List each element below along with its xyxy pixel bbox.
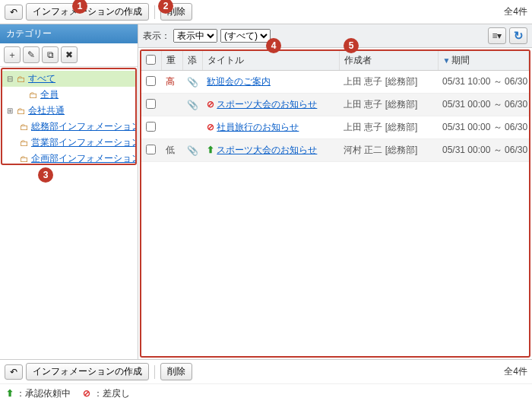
row-checkbox[interactable] [146, 99, 156, 109]
attachment-icon: 📎 [187, 77, 198, 87]
row-title-link[interactable]: 社員旅行のお知らせ [217, 122, 299, 132]
legend-approving-label: ：承認依頼中 [16, 388, 71, 399]
tree-item[interactable]: ⊟🗀すべて [2, 71, 135, 87]
row-priority: 高 [161, 71, 182, 94]
table-row[interactable]: 📎⊘ スポーツ大会のお知らせ上田 恵子 [総務部]05/31 00:00 ～ 0… [141, 94, 529, 116]
col-header-attachment[interactable]: 添 [182, 51, 202, 71]
rejected-icon: ⊘ [207, 122, 214, 132]
col-header-author[interactable]: 作成者 [339, 51, 438, 71]
row-checkbox[interactable] [146, 145, 156, 154]
filter-bar: 表示： 表示中 (すべて) ≡▾ ↻ [138, 24, 532, 48]
tree-item-link[interactable]: すべて [28, 72, 55, 85]
filter-status-select[interactable]: 表示中 [173, 29, 217, 43]
row-author: 上田 恵子 [総務部] [339, 116, 438, 139]
attachment-icon: 📎 [187, 145, 198, 156]
row-author: 河村 正二 [総務部] [339, 139, 438, 162]
separator [154, 365, 155, 379]
category-tree: ⊟🗀すべて🗀全員⊞🗀会社共通🗀総務部インフォメーション🗀営業部インフォメーション… [0, 67, 138, 359]
total-count-bottom: 全4件 [504, 365, 527, 378]
rejected-icon: ⊘ [207, 99, 214, 110]
tree-toggle-icon[interactable]: ⊟ [5, 75, 14, 83]
row-period: 05/31 00:00 ～ 06/30 23:00 [438, 116, 529, 139]
tree-item[interactable]: 🗀全員 [2, 87, 135, 103]
row-period: 05/31 10:00 ～ 06/30 12:00 [438, 71, 529, 94]
row-title-link[interactable]: スポーツ大会のお知らせ [217, 145, 317, 155]
separator [154, 5, 155, 19]
row-title-link[interactable]: 歓迎会のご案内 [207, 76, 271, 87]
tree-toggle-icon[interactable]: ⊞ [5, 107, 14, 115]
row-checkbox[interactable] [146, 76, 156, 86]
callout-4: 4 [266, 38, 281, 53]
col-header-title[interactable]: タイトル [202, 51, 339, 71]
tree-item[interactable]: 🗀総務部インフォメーション [2, 119, 135, 135]
folder-icon: 🗀 [17, 74, 26, 84]
legend: ⬆ ：承認依頼中 ⊘ ：差戻し [0, 383, 532, 403]
info-list: 重 添 タイトル 作成者 ▼期間 高📎歓迎会のご案内上田 恵子 [総務部]05/… [140, 49, 530, 358]
tree-item[interactable]: 🗀営業部インフォメーション [2, 135, 135, 151]
table-row[interactable]: 高📎歓迎会のご案内上田 恵子 [総務部]05/31 10:00 ～ 06/30 … [141, 71, 529, 94]
folder-icon: 🗀 [20, 138, 29, 148]
create-info-button-bottom[interactable]: インフォメーションの作成 [26, 363, 149, 380]
col-header-period[interactable]: ▼期間 [438, 51, 529, 71]
select-all-checkbox[interactable] [146, 55, 156, 65]
category-add-button[interactable]: ＋ [4, 46, 21, 63]
row-priority [161, 94, 182, 116]
col-header-checkbox[interactable] [141, 51, 161, 71]
table-row[interactable]: 低📎⬆ スポーツ大会のお知らせ河村 正二 [総務部]05/31 00:00 ～ … [141, 139, 529, 162]
tree-item-link[interactable]: 会社共通 [28, 104, 65, 117]
row-author: 上田 恵子 [総務部] [339, 94, 438, 116]
category-edit-button[interactable]: ✎ [23, 46, 40, 63]
folder-icon: 🗀 [20, 154, 29, 164]
tree-item-link[interactable]: 総務部インフォメーション [31, 120, 137, 133]
row-priority: 低 [161, 139, 182, 162]
bottom-toolbar: ↶ インフォメーションの作成 削除 全4件 [0, 359, 532, 383]
main-area: 表示： 表示中 (すべて) ≡▾ ↻ 重 添 タイトル 作成者 [138, 24, 532, 359]
folder-icon: 🗀 [17, 106, 26, 116]
tree-item[interactable]: 🗀企画部インフォメーション [2, 151, 135, 165]
folder-icon: 🗀 [29, 90, 38, 100]
sidebar-tools: ＋ ✎ ⧉ ✖ [0, 43, 138, 67]
view-options-button[interactable]: ≡▾ [488, 27, 506, 44]
sort-desc-icon: ▼ [443, 56, 451, 65]
total-count: 全4件 [504, 5, 527, 18]
category-delete-button[interactable]: ✖ [61, 46, 78, 63]
sidebar: カテゴリー ＋ ✎ ⧉ ✖ ⊟🗀すべて🗀全員⊞🗀会社共通🗀総務部インフォメーショ… [0, 24, 138, 359]
filter-label: 表示： [143, 30, 170, 43]
create-info-button[interactable]: インフォメーションの作成 [26, 3, 149, 21]
row-period: 05/31 00:00 ～ 06/30 23:00 [438, 139, 529, 162]
tree-item-link[interactable]: 営業部インフォメーション [31, 136, 137, 149]
row-period: 05/31 00:00 ～ 06/30 18:00 [438, 94, 529, 116]
category-copy-button[interactable]: ⧉ [42, 46, 59, 63]
refresh-button[interactable]: ↻ [509, 27, 527, 44]
tree-item[interactable]: ⊞🗀会社共通 [2, 103, 135, 119]
callout-3: 3 [38, 167, 53, 183]
table-row[interactable]: ⊘ 社員旅行のお知らせ上田 恵子 [総務部]05/31 00:00 ～ 06/3… [141, 116, 529, 139]
folder-icon: 🗀 [20, 122, 29, 132]
attachment-icon: 📎 [187, 100, 198, 110]
legend-rejected-label: ：差戻し [93, 388, 130, 399]
tree-item-link[interactable]: 全員 [40, 88, 59, 101]
row-priority [161, 116, 182, 139]
row-checkbox[interactable] [146, 122, 156, 132]
row-author: 上田 恵子 [総務部] [339, 71, 438, 94]
delete-button-bottom[interactable]: 削除 [160, 363, 192, 380]
row-title-link[interactable]: スポーツ大会のお知らせ [217, 99, 317, 110]
legend-rejected-icon: ⊘ [83, 388, 90, 399]
back-button-bottom[interactable]: ↶ [5, 364, 23, 380]
refresh-icon: ↻ [514, 29, 524, 43]
tree-item-link[interactable]: 企画部インフォメーション [31, 152, 137, 165]
col-header-priority[interactable]: 重 [161, 51, 182, 71]
sidebar-header: カテゴリー [0, 24, 138, 43]
filter-scope-select[interactable]: (すべて) [220, 29, 271, 43]
back-button[interactable]: ↶ [5, 5, 23, 20]
callout-5: 5 [344, 38, 359, 53]
approving-icon: ⬆ [207, 145, 214, 155]
legend-approving-icon: ⬆ [6, 388, 14, 399]
